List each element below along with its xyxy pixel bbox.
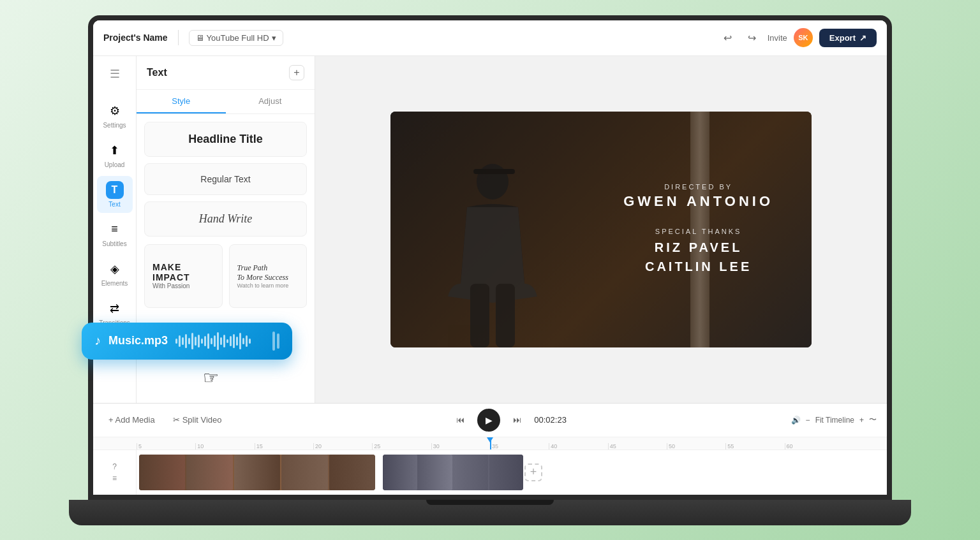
export-button[interactable]: Export ↗ xyxy=(819,29,877,47)
template-true-path-line1: True PathTo More Success xyxy=(237,263,299,282)
template-make-impact-line2: With Passion xyxy=(152,282,214,289)
timeline-ruler: 5 10 15 20 25 30 35 40 45 50 55 60 xyxy=(93,437,887,450)
handwrite-label: Hand Write xyxy=(199,212,253,226)
directed-by-label: DIRECTED BY xyxy=(623,183,773,191)
template-make-impact-line1: MAKE IMPACT xyxy=(152,262,214,282)
ruler-mark-20: 20 xyxy=(313,443,372,449)
thanks-name-1: RIZ PAVEL xyxy=(623,238,773,257)
split-video-button[interactable]: ✂ Split Video xyxy=(168,412,227,427)
sidebar-item-text[interactable]: T Text xyxy=(97,176,133,213)
volume-icon[interactable]: 🔊 xyxy=(791,416,801,425)
fit-timeline-label: Fit Timeline xyxy=(815,416,854,425)
headline-label: Headline Title xyxy=(188,133,263,146)
redo-button[interactable]: ↪ xyxy=(743,29,761,47)
special-thanks-label: SPECIAL THANKS xyxy=(623,228,773,235)
track-sidebar: ? ≡ xyxy=(93,450,137,495)
subtitles-icon: ≡ xyxy=(106,221,124,238)
ruler-mark-25: 25 xyxy=(372,443,431,449)
project-name[interactable]: Project's Name xyxy=(103,33,168,43)
upload-label: Upload xyxy=(105,161,125,168)
scissors-icon: ✂ xyxy=(173,415,180,425)
text-tool-icon: T xyxy=(106,181,124,199)
video-text-overlay: DIRECTED BY GWEN ANTONIO SPECIAL THANKS … xyxy=(623,183,773,276)
skip-forward-button[interactable]: ⏭ xyxy=(508,412,526,427)
elements-label: Elements xyxy=(101,280,128,287)
thanks-name-2: CAITLIN LEE xyxy=(623,257,773,276)
ruler-mark-10: 10 xyxy=(195,443,254,449)
canvas-area: DIRECTED BY GWEN ANTONIO SPECIAL THANKS … xyxy=(315,56,887,403)
template-make-impact[interactable]: MAKE IMPACT With Passion xyxy=(144,244,223,308)
ruler-mark-5: 5 xyxy=(137,443,195,449)
ruler-mark-45: 45 xyxy=(608,443,667,449)
add-clip-button[interactable]: + xyxy=(524,463,542,481)
figure-silhouette xyxy=(442,156,544,347)
music-filename: Music.mp3 xyxy=(108,334,168,347)
thanks-names: RIZ PAVEL CAITLIN LEE xyxy=(623,238,773,276)
playhead[interactable] xyxy=(490,437,491,449)
play-button[interactable]: ▶ xyxy=(477,409,500,432)
timeline-area: + Add Media ✂ Split Video ⏮ ▶ ⏭ 00:02:23… xyxy=(93,403,887,495)
video-canvas[interactable]: DIRECTED BY GWEN ANTONIO SPECIAL THANKS … xyxy=(390,112,812,347)
music-note-icon: ♪ xyxy=(94,333,101,348)
track-content: + xyxy=(137,450,887,495)
format-selector[interactable]: 🖥 YouTube Full HD ▾ xyxy=(189,30,283,46)
topbar: Project's Name 🖥 YouTube Full HD ▾ ↩ ↪ I… xyxy=(93,20,887,56)
director-name: GWEN ANTONIO xyxy=(623,193,773,210)
chevron-down-icon: ▾ xyxy=(272,33,276,43)
sidebar-item-settings[interactable]: ⚙ Settings xyxy=(97,97,133,134)
sidebar-item-elements[interactable]: ◈ Elements xyxy=(97,255,133,292)
clip-2[interactable] xyxy=(383,455,523,490)
track-text-icon: ≡ xyxy=(112,474,117,483)
transitions-icon: ⇄ xyxy=(106,300,124,317)
svg-rect-3 xyxy=(496,284,515,347)
regular-label: Regular Text xyxy=(200,174,250,184)
zoom-out-icon[interactable]: − xyxy=(806,416,810,425)
panel-add-button[interactable]: + xyxy=(289,65,304,80)
export-label: Export xyxy=(829,33,856,43)
template-true-path-line2: Watch to learn more xyxy=(237,282,299,289)
undo-button[interactable]: ↩ xyxy=(719,29,737,47)
subtitles-label: Subtitles xyxy=(102,240,126,247)
elements-icon: ◈ xyxy=(106,260,124,278)
settings-label: Settings xyxy=(103,122,126,129)
clip-1[interactable] xyxy=(139,455,375,490)
waveform-icon[interactable]: 〜 xyxy=(869,414,877,425)
playhead-triangle xyxy=(487,437,493,442)
sidebar-item-upload[interactable]: ⬆ Upload xyxy=(97,136,133,173)
monitor-icon: 🖥 xyxy=(196,33,204,43)
tab-style[interactable]: Style xyxy=(137,90,226,113)
svg-rect-1 xyxy=(473,169,515,174)
music-chip[interactable]: ♪ Music.mp3 xyxy=(82,323,292,360)
time-display: 00:02:23 xyxy=(534,415,567,425)
invite-button[interactable]: Invite xyxy=(768,33,787,43)
skip-back-button[interactable]: ⏮ xyxy=(451,412,470,427)
track-info-icon: ? xyxy=(112,462,117,471)
panel-title: Text xyxy=(147,67,167,78)
avatar[interactable]: SK xyxy=(794,28,813,47)
ruler-mark-55: 55 xyxy=(725,443,784,449)
format-label: YouTube Full HD xyxy=(207,33,269,43)
ruler-mark-15: 15 xyxy=(255,443,313,449)
settings-icon: ⚙ xyxy=(106,102,124,120)
ruler-mark-30: 30 xyxy=(431,443,490,449)
topbar-divider xyxy=(178,30,179,45)
ruler-mark-40: 40 xyxy=(549,443,607,449)
upload-icon: ⬆ xyxy=(106,142,124,159)
tab-adjust[interactable]: Adjust xyxy=(226,90,315,113)
headline-option[interactable]: Headline Title xyxy=(144,122,307,157)
add-media-button[interactable]: + Add Media xyxy=(103,412,160,427)
waveform-display xyxy=(175,332,265,351)
zoom-in-icon[interactable]: + xyxy=(859,416,864,425)
cursor-hand: ☞ xyxy=(203,367,219,388)
ruler-mark-60: 60 xyxy=(785,443,843,449)
handwrite-option[interactable]: Hand Write xyxy=(144,201,307,237)
share-icon: ↗ xyxy=(859,33,866,43)
timeline-tracks: ? ≡ xyxy=(93,450,887,495)
regular-option[interactable]: Regular Text xyxy=(144,163,307,195)
ruler-mark-50: 50 xyxy=(667,443,725,449)
svg-rect-2 xyxy=(470,284,489,347)
template-true-path[interactable]: True PathTo More Success Watch to learn … xyxy=(229,244,308,308)
sidebar-item-subtitles[interactable]: ≡ Subtitles xyxy=(97,215,133,252)
text-tool-label: Text xyxy=(108,201,120,208)
menu-icon[interactable]: ☰ xyxy=(105,64,125,84)
